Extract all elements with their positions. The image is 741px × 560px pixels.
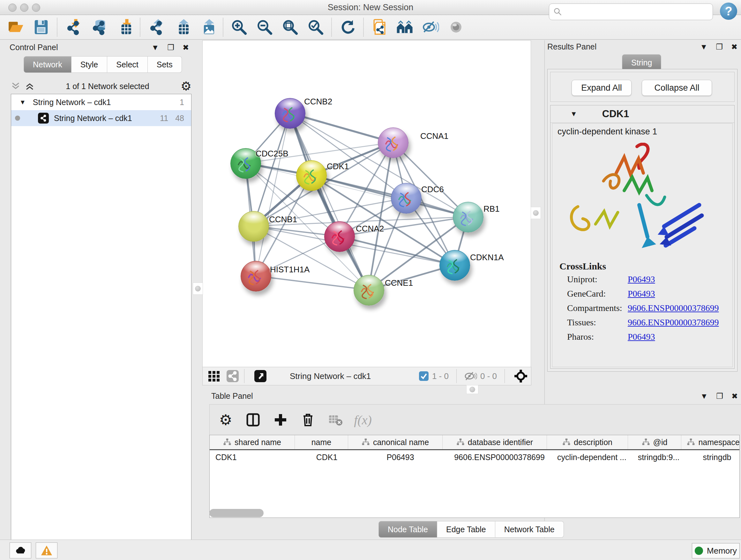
- network-node-CCNA2[interactable]: [324, 221, 355, 252]
- network-view-toolbar: String Network – cdk1 1 - 0 0 - 0: [202, 367, 531, 385]
- table-float-icon[interactable]: ❐: [716, 392, 723, 400]
- save-icon[interactable]: [32, 18, 51, 37]
- table-horizontal-scrollbar[interactable]: [209, 509, 264, 517]
- network-node-CCNB1[interactable]: [239, 211, 269, 242]
- column-header-name[interactable]: name: [295, 435, 348, 449]
- import-network-icon[interactable]: [64, 18, 82, 37]
- table-settings-gear-icon[interactable]: ⚙: [217, 412, 234, 428]
- home-network-icon[interactable]: [396, 18, 414, 37]
- column-header-database-identifier[interactable]: database identifier: [443, 435, 547, 449]
- network-tree-row-collection[interactable]: ▼ String Network – cdk1 1: [11, 94, 191, 110]
- network-options-gear-icon[interactable]: ⚙: [181, 82, 192, 90]
- hide-eye-icon[interactable]: [421, 18, 440, 37]
- close-panel-icon[interactable]: ✖: [183, 44, 189, 51]
- results-float-icon[interactable]: ❐: [716, 43, 723, 51]
- crosslink-link[interactable]: P06493: [628, 332, 655, 342]
- section-collapse-caret[interactable]: ▼: [570, 110, 577, 118]
- network-node-CCNA1[interactable]: [378, 127, 408, 158]
- tab-string[interactable]: String: [622, 54, 661, 71]
- expand-all-button[interactable]: Expand All: [571, 80, 631, 96]
- cell-@id[interactable]: stringdb:9...: [632, 453, 685, 462]
- grid-view-icon[interactable]: [207, 369, 221, 383]
- show-eye-icon[interactable]: [447, 18, 465, 37]
- add-column-icon[interactable]: [272, 412, 289, 428]
- share-view-icon[interactable]: [226, 369, 240, 383]
- memory-status-dot: [695, 547, 703, 555]
- tab-network-table[interactable]: Network Table: [495, 521, 564, 538]
- table-close-icon[interactable]: ✖: [731, 392, 738, 400]
- network-node-CDKN1A[interactable]: [440, 250, 470, 281]
- tab-edge-table[interactable]: Edge Table: [437, 521, 495, 538]
- cell-description[interactable]: cyclin-dependent ...: [551, 453, 632, 462]
- cloud-status-button[interactable]: [10, 543, 31, 558]
- tab-select[interactable]: Select: [107, 56, 147, 73]
- cell-database-identifier[interactable]: 9606.ENSP00000378699: [448, 453, 551, 462]
- tab-network[interactable]: Network: [23, 56, 71, 73]
- crosslink-link[interactable]: 9606.ENSP00000378699: [628, 317, 719, 327]
- birdseye-crosshair-icon[interactable]: [514, 369, 528, 383]
- zoom-in-icon[interactable]: [230, 18, 248, 37]
- network-node-RB1[interactable]: [453, 202, 483, 233]
- table-menu-icon[interactable]: ▼: [700, 392, 708, 400]
- column-header-@id[interactable]: @id: [628, 435, 681, 449]
- crosslink-link[interactable]: P06493: [628, 274, 655, 285]
- tab-node-table[interactable]: Node Table: [379, 521, 437, 538]
- cell-canonical-name[interactable]: P06493: [353, 453, 448, 462]
- node-label-CDKN1A: CDKN1A: [470, 253, 503, 262]
- tree-expand-caret[interactable]: ▼: [19, 99, 26, 106]
- delete-column-trash-icon[interactable]: [300, 412, 316, 428]
- network-node-CCNB2[interactable]: [275, 98, 306, 129]
- column-header-canonical-name[interactable]: canonical name: [348, 435, 443, 449]
- cell-shared-name[interactable]: CDK1: [210, 453, 300, 462]
- zoom-selected-icon[interactable]: [307, 18, 325, 37]
- selected-checkbox-icon[interactable]: [419, 371, 429, 381]
- results-button-row: Expand All Collapse All: [550, 72, 735, 102]
- float-panel-icon[interactable]: ❐: [167, 44, 174, 51]
- export-view-icon[interactable]: [253, 369, 267, 383]
- memory-label: Memory: [707, 546, 737, 556]
- collapse-all-button[interactable]: Collapse All: [642, 80, 712, 96]
- left-splitter-handle[interactable]: [193, 283, 203, 295]
- export-table-icon[interactable]: [172, 18, 191, 37]
- memory-button[interactable]: Memory: [692, 543, 740, 558]
- column-header-namespace[interactable]: namespace: [681, 435, 740, 449]
- warning-status-button[interactable]: [36, 543, 57, 558]
- table-row[interactable]: CDK1CDK1P064939606.ENSP00000378699cyclin…: [210, 450, 739, 464]
- select-columns-icon[interactable]: [245, 412, 261, 428]
- network-tree-row-network[interactable]: String Network – cdk1 11 48: [11, 110, 191, 126]
- right-splitter-handle[interactable]: [531, 207, 541, 219]
- cell-name[interactable]: CDK1: [300, 453, 353, 462]
- results-menu-icon[interactable]: ▼: [700, 43, 708, 51]
- refresh-icon[interactable]: [338, 18, 357, 37]
- tab-sets[interactable]: Sets: [148, 56, 182, 73]
- crosslink-row: Pharos: P06493: [567, 332, 594, 342]
- results-close-icon[interactable]: ✖: [731, 43, 738, 51]
- zoom-fit-icon[interactable]: [281, 18, 299, 37]
- network-node-CDK1[interactable]: [296, 160, 327, 191]
- zoom-out-icon[interactable]: [255, 18, 274, 37]
- open-folder-icon[interactable]: [6, 18, 25, 37]
- column-header-description[interactable]: description: [547, 435, 628, 449]
- network-snapshot-icon[interactable]: [370, 18, 389, 37]
- export-image-icon[interactable]: [198, 18, 216, 37]
- search-box[interactable]: [549, 3, 713, 20]
- import-table-icon[interactable]: [115, 18, 133, 37]
- column-header-shared-name[interactable]: shared name: [210, 435, 295, 449]
- gene-description: cyclin-dependent kinase 1: [557, 127, 657, 137]
- network-node-CDC6[interactable]: [391, 183, 421, 213]
- cell-namespace[interactable]: stringdb: [685, 453, 740, 462]
- panel-menu-icon[interactable]: ▼: [151, 44, 159, 51]
- search-input[interactable]: [562, 7, 713, 17]
- hidden-eye-slash-icon[interactable]: [464, 371, 477, 381]
- network-canvas[interactable]: CCNB2CCNA1CDC25BCDK1CDC6RB1CCNB1CCNA2CDK…: [202, 40, 531, 367]
- expand-all-icon[interactable]: [25, 81, 35, 91]
- crosslink-link[interactable]: P06493: [628, 289, 655, 299]
- export-network-icon[interactable]: [147, 18, 165, 37]
- import-database-icon[interactable]: [89, 18, 108, 37]
- network-node-CCNE1[interactable]: [354, 275, 384, 306]
- network-node-HIST1H1A[interactable]: [241, 261, 271, 292]
- help-button[interactable]: ?: [720, 3, 737, 20]
- collapse-all-icon[interactable]: [11, 81, 20, 91]
- crosslink-link[interactable]: 9606.ENSP00000378699: [628, 303, 719, 313]
- tab-style[interactable]: Style: [71, 56, 108, 73]
